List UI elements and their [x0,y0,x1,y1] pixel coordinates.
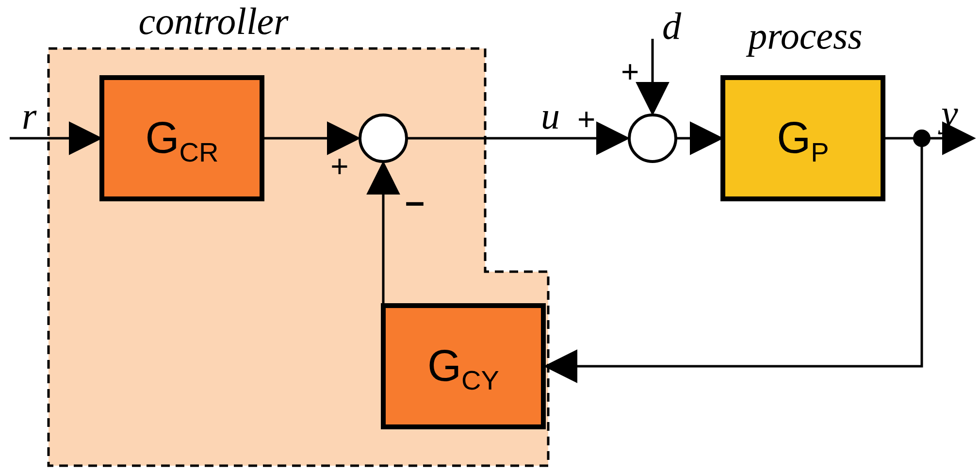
gcr-block: GCR [102,78,262,199]
u-plus: + [577,102,595,137]
process-title: process [746,15,862,57]
gcr-main: G [146,114,180,162]
gp-block: GP [723,78,883,199]
y-label: y [938,92,958,134]
d-plus: + [621,54,639,89]
controller-title: controller [138,0,289,42]
sum1-minus: – [405,182,425,221]
d-label: d [662,5,682,47]
block-diagram: controller process GCR GCY GP r + u + d [0,0,980,472]
gp-main: G [777,114,811,162]
gcy-block: GCY [383,306,543,427]
gcr-sub: CR [180,137,219,167]
u-label: u [541,95,560,137]
sum1-junction [360,115,407,162]
sum2-junction [629,115,676,162]
r-label: r [22,95,37,137]
sum1-plus: + [330,149,348,184]
gcy-main: G [427,342,461,390]
gcy-sub: CY [461,365,499,395]
gp-sub: P [811,137,829,167]
